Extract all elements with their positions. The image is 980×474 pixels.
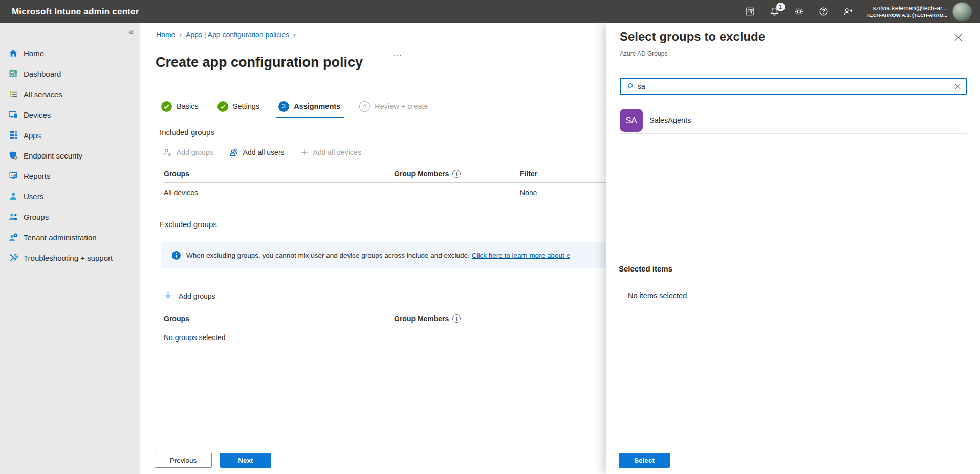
sidebar-item-dashboard[interactable]: Dashboard: [0, 63, 140, 84]
info-banner: When excluding groups, you cannot mix us…: [161, 242, 606, 268]
tab-settings[interactable]: Settings: [217, 101, 259, 112]
top-bar-right: 1 szilvia.kelemen@tech-ar... TECH-ARROW …: [738, 0, 980, 23]
excluded-groups-table: Groups Group Membersi No groups selected: [164, 314, 576, 347]
sidebar-item-label: Reports: [24, 172, 51, 180]
sidebar-item-label: Dashboard: [24, 70, 61, 78]
settings-gear-icon[interactable]: [794, 6, 805, 17]
plus-icon: [300, 148, 309, 157]
sidebar-item-troubleshooting-support[interactable]: Troubleshooting + support: [0, 247, 140, 268]
help-icon[interactable]: [818, 6, 830, 17]
sidebar-collapse-button[interactable]: «: [129, 27, 134, 36]
account-info[interactable]: szilvia.kelemen@tech-ar... TECH-ARROW A.…: [867, 4, 947, 19]
next-button[interactable]: Next: [220, 453, 271, 468]
breadcrumb: Home › Apps | App configuration policies…: [156, 31, 296, 39]
breadcrumb-separator: ›: [293, 31, 296, 39]
endpoint-security-icon: [8, 150, 19, 161]
home-icon: [8, 48, 19, 58]
table-empty-row: No groups selected: [164, 327, 576, 347]
sidebar-item-label: Endpoint security: [24, 151, 82, 160]
groups-icon: [8, 212, 19, 222]
table-header-row: Groups Group Membersi: [164, 314, 576, 327]
feedback-person-icon[interactable]: [843, 6, 854, 17]
sidebar-item-endpoint-security[interactable]: Endpoint security: [0, 145, 140, 166]
sidebar-item-apps[interactable]: Apps: [0, 125, 140, 145]
group-search-box: [620, 78, 967, 95]
tab-basics[interactable]: Basics: [161, 101, 199, 112]
add-all-devices-button[interactable]: Add all devices: [300, 148, 361, 157]
dashboard-icon: [8, 69, 19, 79]
empty-message: No groups selected: [164, 333, 226, 342]
table-header-row: Groups Group Membersi Filter: [164, 170, 606, 183]
included-groups-heading: Included groups: [160, 128, 214, 137]
add-groups-button[interactable]: Add groups: [162, 147, 213, 157]
selected-items-empty: No items selected: [628, 291, 687, 300]
main-content: Home › Apps | App configuration policies…: [140, 23, 606, 474]
add-all-users-label: Add all users: [243, 148, 285, 156]
group-avatar: SA: [620, 109, 643, 132]
excluded-add-groups-label: Add groups: [179, 292, 215, 300]
check-circle-icon: [161, 101, 172, 112]
group-result-row[interactable]: SA SalesAgents: [620, 107, 967, 134]
group-result-name: SalesAgents: [649, 116, 691, 124]
tab-review-create[interactable]: 4 Review + create: [359, 101, 428, 112]
sidebar-item-all-services[interactable]: All services: [0, 84, 140, 104]
user-email: szilvia.kelemen@tech-ar...: [867, 4, 947, 12]
sidebar-item-label: Users: [24, 192, 43, 201]
step-label: Review + create: [375, 103, 428, 110]
breadcrumb-home-link[interactable]: Home: [156, 31, 175, 39]
clear-search-icon[interactable]: [954, 83, 961, 90]
panel-subtitle: Azure AD Groups: [620, 50, 667, 57]
tenant-administration-icon: [8, 232, 19, 242]
notifications-bell-icon[interactable]: 1: [769, 6, 780, 17]
sidebar-item-label: Groups: [24, 213, 49, 221]
excluded-groups-heading: Excluded groups: [160, 220, 217, 229]
tab-assignments[interactable]: 3 Assignments: [278, 101, 340, 112]
plus-icon: [163, 291, 173, 301]
sidebar-item-users[interactable]: Users: [0, 186, 140, 207]
search-icon: [625, 82, 634, 91]
sidebar-item-home[interactable]: Home: [0, 43, 140, 63]
column-group-members: Group Members: [394, 314, 449, 323]
sidebar-item-groups[interactable]: Groups: [0, 207, 140, 227]
sidebar-item-tenant-administration[interactable]: Tenant administration: [0, 227, 140, 247]
top-bar: Microsoft Intune admin center 1 szilvia.…: [0, 0, 980, 23]
info-filled-icon: [172, 251, 181, 260]
apps-icon: [8, 130, 19, 140]
select-button[interactable]: Select: [619, 453, 670, 468]
breadcrumb-separator: ›: [179, 31, 182, 39]
step-number-badge: 3: [278, 101, 289, 112]
sidebar-item-devices[interactable]: Devices: [0, 104, 140, 125]
excluded-add-groups-button[interactable]: Add groups: [163, 291, 215, 301]
sidebar-item-label: Home: [24, 49, 44, 58]
reports-icon: [8, 171, 19, 181]
user-avatar[interactable]: [952, 2, 972, 21]
sidebar-item-reports[interactable]: Reports: [0, 166, 140, 186]
sidebar-item-label: Tenant administration: [24, 233, 97, 242]
directory-filter-icon[interactable]: [745, 6, 756, 17]
more-options-button[interactable]: ···: [393, 51, 402, 60]
group-search-input[interactable]: [638, 82, 954, 91]
previous-button[interactable]: Previous: [155, 453, 212, 468]
users-icon: [8, 191, 19, 201]
column-groups: Groups: [164, 314, 189, 323]
info-icon[interactable]: i: [452, 170, 461, 178]
select-groups-panel: Select groups to exclude Azure AD Groups…: [606, 23, 980, 474]
breadcrumb-app-config-link[interactable]: Apps | App configuration policies: [186, 31, 289, 39]
sidebar-item-label: Devices: [24, 110, 51, 119]
info-icon[interactable]: i: [452, 314, 461, 323]
close-icon[interactable]: [954, 34, 962, 41]
people-icon: [229, 147, 239, 157]
selected-items-heading: Selected items: [619, 264, 672, 273]
sidebar-item-label: Apps: [24, 131, 41, 140]
step-number-badge: 4: [359, 101, 370, 112]
check-circle-icon: [217, 101, 228, 112]
wizard-steps: Basics Settings 3 Assignments 4 Review +…: [161, 100, 428, 112]
app-title[interactable]: Microsoft Intune admin center: [12, 7, 139, 17]
notification-count-badge: 1: [776, 3, 785, 11]
column-filter: Filter: [520, 170, 537, 178]
banner-learn-more-link[interactable]: Click here to learn more about e: [472, 252, 570, 259]
sidebar: « Home Dashboard All services Devices Ap…: [0, 23, 140, 474]
banner-text: When excluding groups, you cannot mix us…: [186, 252, 470, 259]
add-all-users-button[interactable]: Add all users: [229, 147, 285, 157]
sidebar-item-label: Troubleshooting + support: [24, 254, 113, 262]
